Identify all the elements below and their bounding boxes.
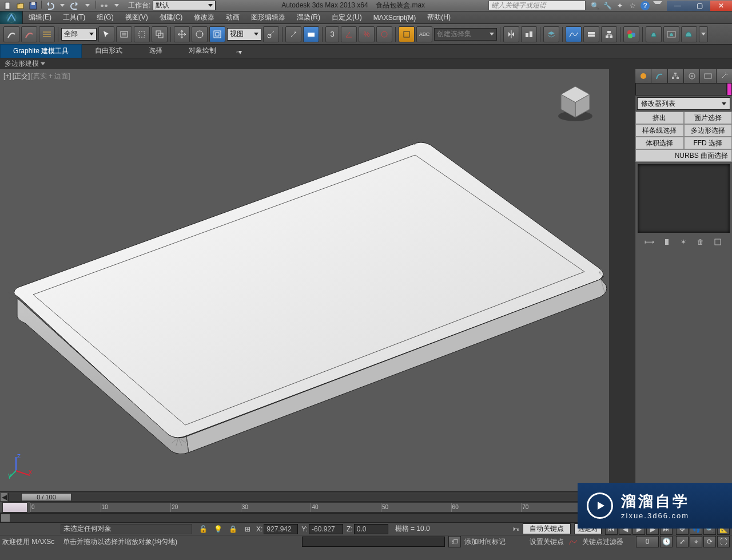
coord-display-icon[interactable]: ⊞ [242, 524, 253, 534]
named-sel-abc-icon[interactable]: ABC [416, 26, 432, 42]
save-file-icon[interactable] [27, 1, 39, 11]
show-end-result-icon[interactable] [661, 236, 673, 248]
ref-coord-select[interactable]: 视图 [227, 28, 261, 41]
orbit-icon[interactable]: ⟳ [703, 536, 716, 547]
isolate-icon[interactable]: 💡 [213, 524, 223, 534]
object-color-swatch[interactable] [727, 83, 732, 96]
rotate-icon[interactable] [192, 26, 208, 42]
window-crossing-icon[interactable] [152, 26, 168, 42]
search-icon[interactable]: 🔍 [590, 1, 599, 10]
time-slider-thumb[interactable]: 0 / 100 [21, 493, 71, 501]
keyboard-shortcut-icon[interactable] [303, 26, 319, 42]
zoom-extents-icon[interactable]: ⤢ [676, 536, 689, 547]
bind-spacewarp-icon[interactable] [39, 26, 55, 42]
coord-z-value[interactable]: 0.0 [354, 524, 388, 534]
curve-editor-icon[interactable] [566, 26, 582, 42]
menu-help[interactable]: 帮助(H) [421, 11, 456, 24]
object-name-input[interactable] [635, 83, 727, 96]
zoom-region-icon[interactable]: ⌖ [690, 536, 702, 547]
select-by-name-icon[interactable] [116, 26, 132, 42]
current-frame-field[interactable]: 0 [636, 536, 659, 547]
mod-btn-ffdselect[interactable]: FFD 选择 [684, 137, 733, 149]
create-tab-icon[interactable] [635, 69, 651, 83]
menu-render[interactable]: 渲染(R) [291, 11, 326, 24]
undo-icon[interactable] [44, 1, 55, 11]
use-pivot-icon[interactable] [263, 26, 279, 42]
maxscript-listener-input[interactable] [302, 537, 445, 547]
align-icon[interactable] [521, 26, 537, 42]
manipulate-icon[interactable] [285, 26, 301, 42]
menu-maxscript[interactable]: MAXScript(M) [368, 11, 422, 24]
coord-x-value[interactable]: 927.942 [264, 524, 298, 534]
menu-views[interactable]: 视图(V) [120, 11, 154, 24]
scroll-left-icon[interactable] [1, 514, 10, 522]
snap-toggle-icon[interactable]: 3 [325, 26, 339, 42]
percent-snap-icon[interactable]: % [359, 26, 375, 42]
hierarchy-tab-icon[interactable] [668, 69, 684, 83]
move-icon[interactable] [174, 26, 190, 42]
utilities-tab-icon[interactable] [717, 69, 732, 83]
close-button[interactable]: ✕ [710, 1, 732, 11]
key-filters-icon[interactable] [567, 537, 579, 547]
schematic-view-icon[interactable] [601, 26, 617, 42]
key-filter-label[interactable]: 关键点过滤器 [582, 537, 623, 547]
ribbon-tab-freeform[interactable]: 自由形式 [82, 43, 136, 58]
selection-lock-icon[interactable]: 🔓 [198, 524, 208, 534]
viewport[interactable]: [+][正交][真实 + 边面] [0, 69, 609, 491]
maximize-button[interactable]: ▢ [689, 1, 710, 11]
ribbon-minimize-icon[interactable]: ▫▾ [233, 46, 245, 58]
ribbon-panel-polymodel[interactable]: 多边形建模 [0, 58, 732, 69]
select-object-icon[interactable] [98, 26, 114, 42]
open-mini-curve-icon[interactable] [2, 502, 27, 513]
mirror-icon[interactable] [503, 26, 519, 42]
open-file-icon[interactable] [15, 1, 26, 11]
modifier-list-select[interactable]: 修改器列表 [637, 97, 730, 110]
spinner-snap-icon[interactable] [376, 26, 392, 42]
selection-filter-select[interactable]: 全部 [61, 28, 97, 41]
configure-sets-icon[interactable] [712, 236, 723, 248]
angle-snap-icon[interactable] [341, 26, 357, 42]
ribbon-tab-selection[interactable]: 选择 [136, 43, 176, 58]
link-icon[interactable] [98, 1, 110, 11]
subscription-icon[interactable]: 🔧 [603, 1, 612, 10]
menu-group[interactable]: 组(G) [91, 11, 119, 24]
menu-customize[interactable]: 自定义(U) [326, 11, 368, 24]
menu-edit[interactable]: 编辑(E) [23, 11, 57, 24]
time-config-icon[interactable]: 🕓 [660, 536, 673, 547]
mod-btn-polyselect[interactable]: 多边形选择 [684, 124, 733, 137]
modify-tab-icon[interactable] [651, 69, 667, 83]
menu-create[interactable]: 创建(C) [154, 11, 189, 24]
render-dropdown-icon[interactable] [699, 26, 708, 42]
make-unique-icon[interactable]: ✶ [678, 236, 689, 248]
modifier-stack[interactable] [638, 164, 730, 233]
set-key-label[interactable]: 设置关键点 [530, 537, 564, 547]
edit-named-sel-icon[interactable] [399, 26, 415, 42]
minimize-button[interactable]: — [667, 1, 689, 11]
scale-icon[interactable] [209, 26, 225, 42]
mod-btn-faceselect[interactable]: 面片选择 [684, 112, 733, 124]
redo-icon[interactable] [69, 1, 81, 11]
material-editor-icon[interactable] [623, 26, 639, 42]
dope-sheet-icon[interactable] [583, 26, 599, 42]
rectangular-region-icon[interactable] [134, 26, 150, 42]
select-link-icon[interactable] [3, 26, 19, 42]
layer-manager-icon[interactable] [543, 26, 559, 42]
remove-modifier-icon[interactable]: 🗑 [695, 236, 706, 248]
ribbon-tab-graphite[interactable]: Graphite 建模工具 [0, 44, 82, 58]
workspace-select[interactable]: 默认 [153, 1, 216, 10]
render-frame-icon[interactable] [663, 26, 679, 42]
named-selection-select[interactable]: 创建选择集 [434, 28, 497, 41]
qat-dropdown-icon[interactable] [111, 1, 122, 11]
add-time-tag[interactable]: 添加时间标记 [464, 537, 506, 547]
time-tag-icon[interactable]: 🏷 [448, 536, 461, 547]
mod-btn-extrude[interactable]: 挤出 [635, 112, 684, 124]
help-icon[interactable]: ? [640, 1, 650, 10]
time-slider-prev[interactable]: ◀ [0, 493, 8, 502]
mod-btn-splineselect[interactable]: 样条线选择 [635, 124, 684, 137]
exchange-icon[interactable]: ✦ [615, 1, 624, 10]
coord-y-value[interactable]: -60.927 [309, 524, 343, 534]
redo-dropdown-icon[interactable] [82, 1, 93, 11]
menu-grapheditors[interactable]: 图形编辑器 [245, 11, 291, 24]
new-file-icon[interactable] [2, 1, 14, 11]
display-tab-icon[interactable] [700, 69, 716, 83]
